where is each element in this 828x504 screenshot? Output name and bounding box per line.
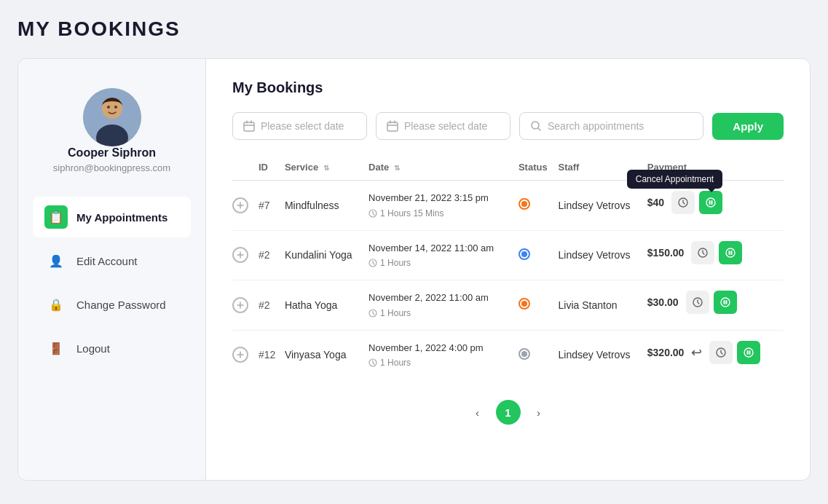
prev-page-button[interactable]: ‹ (465, 400, 490, 425)
date-to-input[interactable]: Please select date (376, 112, 510, 140)
next-page-button[interactable]: › (527, 400, 551, 425)
svg-rect-6 (387, 122, 398, 131)
history-button[interactable] (671, 191, 695, 214)
svg-point-15 (726, 248, 735, 257)
svg-rect-11 (709, 200, 711, 205)
sidebar: Cooper Siphron siphron@bookingpress.com … (18, 59, 206, 480)
expand-row-button[interactable] (232, 347, 248, 363)
col-service: Service ⇅ (285, 154, 368, 181)
expand-row-button[interactable] (232, 297, 248, 313)
appointment-date: November 21, 2022 3:15 pm1 Hours 15 Mins (368, 181, 519, 231)
appointment-id: #2 (259, 230, 285, 280)
sidebar-item-my-appointments[interactable]: 📋My Appointments (33, 197, 191, 237)
svg-rect-27 (749, 350, 751, 355)
edit-account-icon: 👤 (44, 249, 68, 272)
svg-rect-5 (244, 122, 254, 131)
apply-button[interactable]: Apply (712, 113, 784, 140)
appointment-id: #7 (259, 181, 285, 231)
status-indicator (519, 348, 530, 360)
edit-account-label: Edit Account (76, 255, 137, 267)
action-icons (691, 241, 742, 264)
sidebar-item-edit-account[interactable]: 👤Edit Account (33, 240, 191, 281)
appointment-service: Mindfulness (285, 181, 368, 231)
cancel-appointment-button[interactable] (719, 241, 742, 264)
cancel-appointment-button[interactable] (737, 341, 760, 364)
appointment-service: Vinyasa Yoga (285, 330, 368, 379)
history-button[interactable] (709, 341, 733, 364)
history-button[interactable] (686, 291, 709, 314)
user-email: siphron@bookingpress.com (53, 162, 170, 173)
table-row: #2Kundalini YogaNovember 14, 2022 11:00 … (232, 230, 784, 280)
cancel-container: Cancel Appointment (699, 191, 722, 214)
my-appointments-label: My Appointments (76, 211, 167, 224)
date-from-input[interactable]: Please select date (232, 112, 367, 140)
appointment-date: November 14, 2022 11:00 am1 Hours (368, 230, 519, 280)
table-row: #7MindfulnessNovember 21, 2022 3:15 pm1 … (232, 181, 784, 231)
payment-amount: $40 (647, 197, 664, 208)
appointment-payment: $30.00 (647, 280, 784, 324)
svg-rect-22 (725, 300, 727, 304)
date-from-placeholder: Please select date (261, 120, 344, 132)
sidebar-item-change-password[interactable]: 🔒Change Password (33, 284, 191, 325)
cancel-container (719, 241, 742, 264)
col-id: ID (259, 154, 285, 181)
logout-icon: 🚪 (44, 336, 68, 360)
search-icon (530, 120, 542, 132)
appointment-payment: $320.00↩ (647, 331, 784, 374)
appointment-staff: Lindsey Vetrovs (559, 330, 647, 379)
appointment-service: Kundalini Yoga (285, 230, 368, 280)
svg-point-10 (706, 198, 715, 207)
expand-row-button[interactable] (232, 197, 248, 213)
svg-rect-21 (723, 300, 725, 304)
search-input[interactable]: Search appointments (519, 112, 703, 140)
svg-point-3 (107, 106, 110, 109)
status-indicator (519, 248, 530, 260)
status-indicator (519, 198, 530, 210)
action-icons: Cancel Appointment (671, 191, 722, 214)
svg-rect-26 (747, 350, 749, 355)
sidebar-item-logout[interactable]: 🚪Logout (33, 328, 191, 369)
table-row: #12Vinyasa YogaNovember 1, 2022 4:00 pm1… (232, 330, 784, 379)
table-body: #7MindfulnessNovember 21, 2022 3:15 pm1 … (232, 181, 784, 380)
appointment-date: November 1, 2022 4:00 pm1 Hours (368, 330, 519, 379)
col-date: Date ⇅ (368, 154, 519, 181)
col-expand (232, 154, 259, 181)
appointment-payment: $150.00 (647, 231, 784, 275)
appointment-payment: $40Cancel Appointment (647, 181, 784, 224)
expand-row-button[interactable] (232, 247, 248, 263)
appointment-status (519, 330, 559, 379)
payment-amount: $30.00 (647, 296, 679, 308)
pagination: ‹ 1 › (232, 400, 784, 425)
appointments-table: ID Service ⇅ Date ⇅ Status Staff Payment… (232, 154, 784, 379)
payment-amount: $320.00 (647, 347, 685, 358)
appointment-id: #12 (259, 330, 285, 379)
appointment-service: Hatha Yoga (285, 280, 368, 331)
svg-rect-16 (729, 251, 730, 255)
calendar-icon-2 (387, 120, 398, 132)
cancel-container (737, 341, 760, 364)
user-name: Cooper Siphron (68, 146, 156, 160)
refund-icon[interactable]: ↩ (691, 344, 702, 361)
change-password-icon: 🔒 (44, 293, 68, 316)
toolbar: Please select date Please select date Se… (232, 112, 784, 140)
cancel-container (714, 291, 737, 314)
cancel-tooltip: Cancel Appointment (627, 170, 722, 189)
appointment-id: #2 (259, 280, 285, 331)
svg-point-4 (114, 106, 117, 109)
avatar (83, 88, 141, 146)
page-1-button[interactable]: 1 (496, 400, 521, 425)
col-status: Status (519, 154, 559, 181)
status-indicator (519, 298, 530, 310)
sort-date-icon[interactable]: ⇅ (394, 164, 400, 172)
action-icons (709, 341, 760, 364)
page-title: MY BOOKINGS (17, 17, 811, 41)
main-content: My Bookings Please select date Please se… (206, 59, 810, 480)
appointment-staff: Livia Stanton (559, 280, 647, 331)
appointment-date: November 2, 2022 11:00 am1 Hours (368, 280, 519, 331)
main-card: Cooper Siphron siphron@bookingpress.com … (17, 58, 811, 481)
appointment-staff: Lindsey Vetrovs (559, 230, 647, 280)
sort-service-icon[interactable]: ⇅ (323, 164, 329, 172)
history-button[interactable] (691, 241, 714, 264)
cancel-appointment-button[interactable] (714, 291, 737, 314)
date-to-placeholder: Please select date (404, 120, 487, 132)
